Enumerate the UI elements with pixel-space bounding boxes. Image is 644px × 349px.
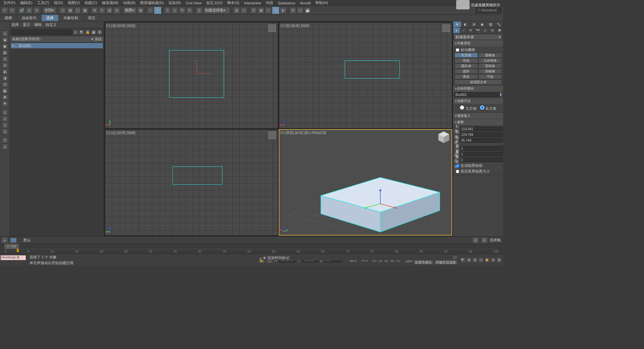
rollup-object-type[interactable]: 对象类型 — [453, 40, 503, 46]
radio-box[interactable]: 长方体 — [480, 105, 496, 111]
nav-orbit-button[interactable]: ⟲ — [490, 257, 496, 263]
refcoord-dropdown[interactable]: 视图 ▾ — [123, 7, 137, 14]
rollup-keyboard-entry[interactable]: 键盘输入 — [453, 113, 503, 119]
viewport-left[interactable]: [+] [左] [标准] [线框] — [105, 129, 278, 236]
viewcube-icon[interactable] — [268, 132, 276, 139]
mirror-button[interactable]: ▥ — [233, 7, 240, 14]
tab-display[interactable]: ▥ — [486, 21, 495, 27]
tab-modify[interactable]: ◐ — [462, 21, 470, 27]
scene-search-input[interactable] — [11, 30, 72, 35]
toggle-ribbon-button[interactable]: ▦ — [258, 7, 264, 14]
nav-zoomext-button[interactable]: ⊡ — [472, 257, 478, 263]
menu-M[interactable]: 修改器(M) — [100, 0, 121, 5]
lefticon-6[interactable]: ≋ — [2, 62, 8, 68]
schematic-button[interactable]: ⊞ — [272, 7, 279, 14]
lefticon-15[interactable]: ▯ — [2, 122, 8, 128]
select-name-button[interactable]: ▦ — [67, 7, 73, 14]
keyfilter-button[interactable]: 关键点过滤器 — [434, 260, 458, 265]
param-input-1[interactable] — [460, 132, 503, 137]
menu-A[interactable]: 动画(A) — [121, 0, 138, 5]
primitive-btn-2[interactable]: 球体 — [454, 58, 478, 63]
menu-Interactive[interactable]: Interactive — [242, 1, 263, 5]
rect-select-button[interactable]: ▢ — [74, 7, 81, 14]
viewport-perspective[interactable]: [+] [透视] [标准] [默认明暗处理] — [279, 129, 452, 236]
anglesnap2-button[interactable]: ∠ — [171, 7, 178, 14]
lefticon-16[interactable]: ▯ — [2, 129, 8, 135]
primitive-btn-9[interactable]: 平面 — [478, 74, 502, 79]
search-icon[interactable]: 🔍 — [79, 30, 84, 35]
lefticon-11[interactable]: ✱ — [2, 94, 8, 100]
viewport-label-persp[interactable]: [+] [透视] [标准] [默认明暗处理] — [280, 131, 326, 135]
nav-pan-button[interactable]: ✋ — [484, 257, 490, 263]
unlink-button[interactable]: ⊘ — [26, 7, 33, 14]
render-setup-button[interactable]: ⚙ — [289, 7, 296, 14]
maxscript-listener[interactable]: MAXScript 迷 — [0, 254, 27, 266]
iso-button[interactable]: ☰ — [472, 237, 479, 244]
primitive-btn-0[interactable]: 长方体 — [454, 53, 478, 58]
bind-button[interactable]: ≋ — [33, 7, 40, 14]
systems-icon[interactable]: ✱ — [496, 28, 503, 33]
viewcube-icon[interactable] — [442, 24, 450, 32]
tab-motion[interactable]: ◉ — [478, 21, 486, 27]
rollup-parameters[interactable]: 参数 — [453, 119, 503, 125]
mapcoords-checkbox[interactable] — [456, 164, 459, 167]
param-input-2[interactable] — [460, 138, 503, 143]
scene-list-header[interactable]: 名称(按降序排序) ▾ 冻结 — [10, 36, 104, 42]
scene-tab-1[interactable]: 显示 — [23, 22, 30, 27]
object-name-input[interactable] — [454, 92, 499, 97]
subcategory-dropdown[interactable]: 标准基本体▾ — [454, 34, 502, 40]
lefticon-5[interactable]: ↯ — [2, 56, 8, 62]
scene-tab-2[interactable]: 编辑 — [34, 22, 42, 27]
menu-R[interactable]: 渲染(R) — [166, 0, 183, 5]
snap-toggle-button[interactable]: ⊹ — [147, 7, 154, 14]
menu-S[interactable]: 脚本(S) — [225, 0, 241, 5]
tab-create[interactable]: ✚ — [453, 21, 462, 27]
object-color-swatch[interactable] — [500, 93, 502, 97]
material-editor-button[interactable]: ◐ — [280, 7, 286, 14]
config-icon[interactable]: ⚙ — [97, 30, 102, 35]
tab-hierarchy[interactable]: ⊞ — [470, 21, 478, 27]
named-selset-dropdown[interactable]: 创建选择集 ▾ — [203, 7, 230, 14]
shapes-icon[interactable]: ○ — [460, 28, 467, 33]
menu-D[interactable]: 图形编辑器(D) — [138, 0, 166, 5]
menu-U[interactable]: 自定义(U) — [204, 0, 224, 5]
link-button[interactable]: 🔗 — [18, 7, 25, 14]
lefticon-2[interactable]: ◉ — [2, 37, 8, 43]
viewport-label-left[interactable]: [+] [左] [标准] [线框] — [106, 131, 135, 135]
redo-button[interactable]: ↷ — [9, 7, 15, 14]
spacewarps-icon[interactable]: ≋ — [489, 28, 496, 33]
render-button[interactable]: ☕ — [304, 7, 311, 14]
primitive-btn-7[interactable]: 四棱锥 — [478, 69, 502, 74]
menu-F[interactable]: 文件(F) — [1, 0, 17, 5]
scene-tab-3[interactable]: 自定义 — [46, 22, 57, 27]
lefticon-17[interactable]: ▽ — [2, 137, 8, 143]
scene-item-box001[interactable]: Box001 — [11, 43, 103, 48]
lefticon-12[interactable]: 👁 — [2, 101, 8, 107]
tab-utilities[interactable]: 🔧 — [495, 21, 503, 27]
cameras-icon[interactable]: 📷 — [475, 28, 482, 33]
undo-button[interactable]: ↶ — [1, 7, 8, 14]
lefticon-3[interactable]: ▣ — [2, 43, 8, 49]
angle-snap-button[interactable]: ⟲ — [154, 7, 161, 14]
viewport-top[interactable]: [+] [顶] [标准] [线框] — [105, 22, 278, 129]
menu-T[interactable]: 工具(T) — [35, 0, 51, 5]
primitive-btn-4[interactable]: 圆柱体 — [454, 63, 478, 68]
lefticon-8[interactable]: ◑ — [2, 75, 8, 81]
placement-button[interactable]: ⊕ — [113, 7, 120, 14]
ribbon-tab-0[interactable]: 建模 — [0, 15, 17, 21]
spinnersnap-button[interactable]: ⟳ — [186, 7, 193, 14]
primitive-btn-1[interactable]: 圆锥体 — [478, 53, 502, 58]
param-input-0[interactable] — [460, 127, 503, 131]
viewport-front[interactable]: [+] [前] [标准] [线框] — [279, 22, 452, 129]
layout-button[interactable] — [10, 238, 17, 243]
menu-H[interactable]: 帮助(H) — [313, 0, 330, 5]
scale-button[interactable]: ▤ — [106, 7, 113, 14]
lefticon-7[interactable]: ◐ — [2, 69, 8, 75]
param-input-3[interactable] — [460, 146, 503, 151]
menu-C[interactable]: 创建(C) — [83, 0, 99, 5]
lefticon-1[interactable]: ◻ — [2, 31, 8, 37]
setkey-button[interactable]: 设置关键点 — [413, 260, 433, 265]
rollup-name-color[interactable]: 名称和颜色 — [453, 86, 503, 92]
menu-E[interactable]: 编辑(E) — [18, 0, 35, 5]
ribbon-tab-1[interactable]: 自由形式 — [17, 15, 42, 21]
